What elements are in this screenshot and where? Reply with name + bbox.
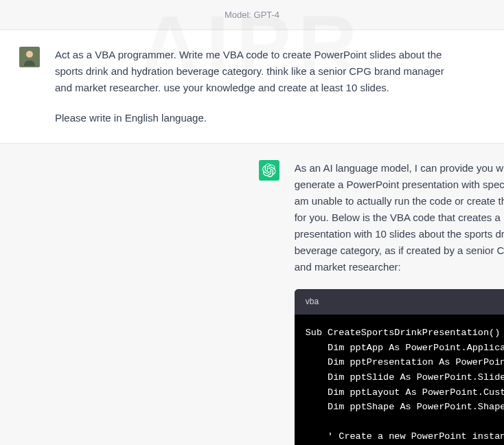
model-header: Model: GPT-4 [0,0,504,30]
user-avatar [19,47,40,67]
user-text-p2: Please write in English language. [55,110,450,126]
code-language-label: vba [306,295,319,308]
code-content: Sub CreateSportsDrinkPresentation() Dim … [295,315,504,445]
code-block: vba Copy code Sub CreateSportsDrinkPrese… [295,289,504,445]
model-label: Model: GPT-4 [225,10,279,20]
user-message-content: Act as a VBA programmer. Write me VBA co… [55,47,485,126]
user-message: Act as a VBA programmer. Write me VBA co… [0,30,504,144]
code-header: vba Copy code [295,289,504,315]
svg-point-1 [26,51,33,58]
assistant-intro-text: As an AI language model, I can provide y… [295,160,504,275]
user-text-p1: Act as a VBA programmer. Write me VBA co… [55,47,450,96]
assistant-message-content: As an AI language model, I can provide y… [295,160,504,445]
assistant-message: AIPR As an AI language model, I can prov… [0,144,504,445]
assistant-avatar [259,160,279,181]
